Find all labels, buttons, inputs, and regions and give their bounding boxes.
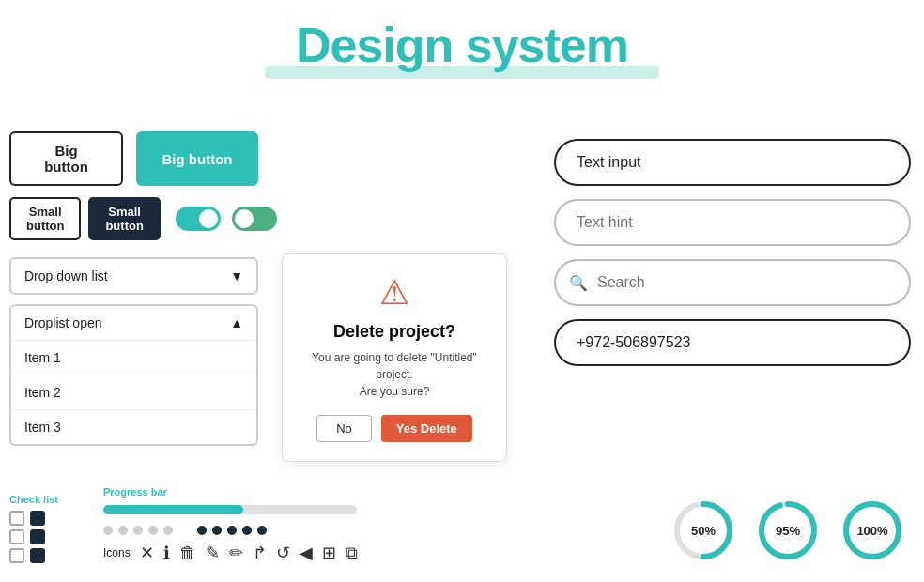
big-buttons-row: Big button Big button: [9, 131, 258, 186]
checkbox-5[interactable]: [9, 548, 24, 563]
modal-box: ⚠ Delete project? You are going to delet…: [282, 253, 507, 462]
circle-95-label: 95%: [776, 524, 800, 538]
close-icon[interactable]: ✕: [140, 543, 154, 563]
back-icon[interactable]: ◀: [300, 543, 313, 563]
circle-50: 50%: [670, 498, 736, 563]
dot-4[interactable]: [148, 526, 158, 535]
modal-yes-delete-button[interactable]: Yes Delete: [381, 415, 472, 442]
dropdown-open-arrow-icon: ▲: [230, 315, 243, 330]
check-row-3: [9, 548, 85, 563]
small-dark-button[interactable]: Small button: [88, 197, 160, 240]
dot-active-5[interactable]: [257, 526, 267, 535]
search-icon: 🔍: [569, 274, 588, 292]
buttons-section: Big button Big button Small button Small…: [0, 131, 268, 446]
small-buttons-group: Small button Small button: [9, 197, 161, 240]
circle-100: 100%: [839, 498, 905, 563]
pencil-icon[interactable]: ✏: [229, 543, 243, 563]
small-toggle-row: Small button Small button: [9, 197, 258, 240]
circles-section: 50% 95% 100%: [670, 498, 915, 563]
text-hint-input[interactable]: [554, 199, 911, 246]
toggle-on[interactable]: [176, 207, 221, 231]
toggle-on-knob: [199, 209, 218, 228]
dot-2[interactable]: [118, 526, 128, 535]
dropdown-item-2[interactable]: Item 2: [11, 375, 256, 410]
dot-active-3[interactable]: [227, 526, 237, 535]
phone-input[interactable]: [554, 319, 911, 366]
bottom-section: Check list Progress bar: [0, 486, 924, 563]
dropdown-open-header[interactable]: Droplist open ▲: [11, 306, 256, 341]
modal-warning-icon: ⚠: [301, 273, 487, 313]
modal-buttons-row: No Yes Delete: [301, 415, 487, 442]
dots-row: [103, 526, 652, 535]
check-items: [9, 511, 85, 563]
dropdown-open: Droplist open ▲ Item 1 Item 2 Item 3: [9, 304, 258, 446]
checkbox-1[interactable]: [9, 511, 24, 526]
check-row-2: [9, 529, 85, 544]
modal-title: Delete project?: [301, 322, 487, 342]
toggles-group: [176, 207, 277, 231]
modal-panel: ⚠ Delete project? You are going to delet…: [282, 253, 507, 462]
edit-icon[interactable]: ✎: [206, 543, 220, 563]
small-outline-button[interactable]: Small button: [9, 197, 81, 240]
dropdown-item-1[interactable]: Item 1: [11, 341, 256, 375]
info-icon[interactable]: ℹ: [163, 543, 170, 563]
circle-100-label: 100%: [856, 524, 887, 538]
progress-bar-track: [103, 505, 357, 514]
dot-3[interactable]: [133, 526, 143, 535]
arrow-right-icon[interactable]: ↱: [253, 543, 267, 563]
toggle-off-knob: [235, 209, 254, 228]
circle-95: 95%: [755, 498, 821, 563]
checkbox-2[interactable]: [30, 511, 45, 526]
copy-icon[interactable]: ⧉: [346, 544, 358, 563]
refresh-icon[interactable]: ↺: [276, 543, 290, 563]
big-outline-button[interactable]: Big button: [9, 131, 123, 186]
checklist-label: Check list: [9, 494, 85, 505]
search-input[interactable]: [554, 259, 911, 306]
dot-active-4[interactable]: [242, 526, 252, 535]
dropdown-closed-label: Drop down list: [24, 268, 108, 283]
icons-row: Icons ✕ ℹ 🗑 ✎ ✏ ↱ ↺ ◀ ⊞ ⧉: [103, 543, 652, 563]
big-teal-button[interactable]: Big button: [136, 131, 258, 186]
progress-label: Progress bar: [103, 486, 652, 498]
checkbox-3[interactable]: [9, 529, 24, 544]
modal-no-button[interactable]: No: [316, 415, 372, 442]
circle-50-label: 50%: [691, 524, 716, 538]
icons-label: Icons: [103, 546, 131, 559]
checkbox-4[interactable]: [30, 529, 45, 544]
dropdown-closed-arrow-icon: ▼: [230, 268, 243, 283]
right-inputs-panel: 🔍: [541, 139, 924, 366]
dropdown-item-3[interactable]: Item 3: [11, 410, 256, 444]
page-title: Design system: [0, 0, 924, 73]
modal-description: You are going to delete "Untitled" proje…: [301, 349, 487, 400]
progress-section: Progress bar Icons ✕ ℹ 🗑 ✎ ✏ ↱ ↺: [85, 486, 670, 563]
dropdown-closed[interactable]: Drop down list ▼: [9, 257, 258, 295]
dot-active-2[interactable]: [212, 526, 222, 535]
toggle-off[interactable]: [232, 207, 277, 231]
dot-active-1[interactable]: [197, 526, 207, 535]
check-row-1: [9, 511, 85, 526]
trash-icon[interactable]: 🗑: [179, 544, 196, 563]
checkbox-6[interactable]: [30, 548, 45, 563]
search-wrapper: 🔍: [554, 259, 911, 306]
dropdown-open-label: Droplist open: [24, 315, 102, 330]
dot-1[interactable]: [103, 526, 113, 535]
progress-bar-fill: [103, 505, 243, 514]
grid-icon[interactable]: ⊞: [322, 543, 336, 563]
checklist-section: Check list: [9, 494, 85, 563]
dot-5[interactable]: [163, 526, 173, 535]
text-input[interactable]: [554, 139, 911, 186]
